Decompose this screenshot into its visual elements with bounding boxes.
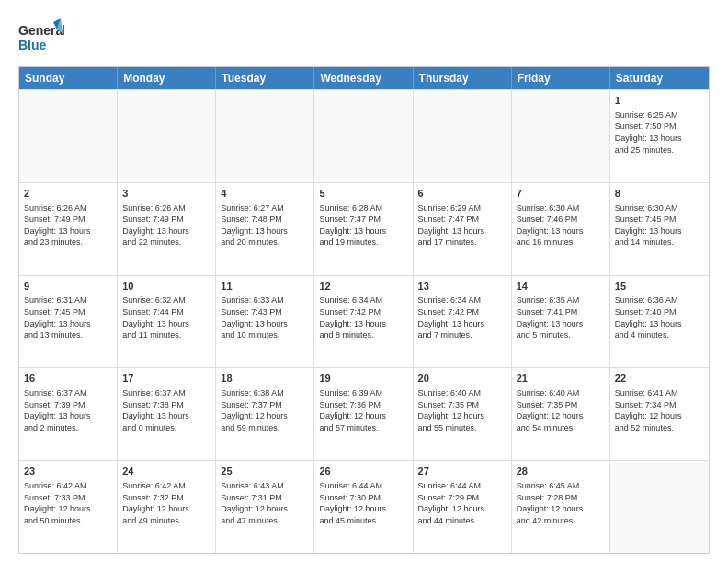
calendar-day-28: 28Sunrise: 6:45 AM Sunset: 7:28 PM Dayli… (512, 461, 610, 553)
calendar-day-14: 14Sunrise: 6:35 AM Sunset: 7:41 PM Dayli… (512, 276, 610, 368)
day-info: Sunrise: 6:26 AM Sunset: 7:49 PM Dayligh… (122, 202, 210, 248)
day-number: 24 (122, 465, 210, 478)
calendar-day-26: 26Sunrise: 6:44 AM Sunset: 7:30 PM Dayli… (314, 461, 413, 553)
calendar-row-2: 2Sunrise: 6:26 AM Sunset: 7:49 PM Daylig… (19, 182, 709, 275)
day-number: 17 (122, 372, 210, 385)
day-info: Sunrise: 6:28 AM Sunset: 7:47 PM Dayligh… (319, 202, 407, 248)
calendar-day-10: 10Sunrise: 6:32 AM Sunset: 7:44 PM Dayli… (118, 276, 216, 368)
day-number: 6 (418, 187, 506, 201)
day-info: Sunrise: 6:38 AM Sunset: 7:37 PM Dayligh… (221, 387, 309, 433)
header: General Blue (18, 15, 710, 59)
day-info: Sunrise: 6:45 AM Sunset: 7:28 PM Dayligh… (517, 480, 605, 526)
day-info: Sunrise: 6:40 AM Sunset: 7:35 PM Dayligh… (418, 387, 506, 433)
day-header-sunday: Sunday (19, 67, 118, 89)
calendar-day-7: 7Sunrise: 6:30 AM Sunset: 7:46 PM Daylig… (512, 183, 610, 275)
day-info: Sunrise: 6:31 AM Sunset: 7:45 PM Dayligh… (24, 294, 112, 340)
calendar-empty-cell (314, 90, 413, 182)
calendar-day-2: 2Sunrise: 6:26 AM Sunset: 7:49 PM Daylig… (19, 183, 118, 275)
day-number: 3 (122, 187, 210, 201)
day-info: Sunrise: 6:39 AM Sunset: 7:36 PM Dayligh… (319, 387, 407, 433)
calendar-day-4: 4Sunrise: 6:27 AM Sunset: 7:48 PM Daylig… (216, 183, 314, 275)
day-info: Sunrise: 6:30 AM Sunset: 7:46 PM Dayligh… (517, 202, 605, 248)
day-header-wednesday: Wednesday (314, 67, 413, 89)
day-header-monday: Monday (118, 67, 216, 89)
day-info: Sunrise: 6:44 AM Sunset: 7:30 PM Dayligh… (319, 480, 407, 526)
calendar-day-6: 6Sunrise: 6:29 AM Sunset: 7:47 PM Daylig… (414, 183, 512, 275)
page: General Blue SundayMondayTuesdayWednesda… (0, 0, 728, 563)
calendar-header: SundayMondayTuesdayWednesdayThursdayFrid… (19, 67, 709, 89)
day-info: Sunrise: 6:34 AM Sunset: 7:42 PM Dayligh… (418, 294, 506, 340)
calendar-day-12: 12Sunrise: 6:34 AM Sunset: 7:42 PM Dayli… (314, 276, 413, 368)
day-number: 5 (319, 187, 407, 201)
calendar-day-27: 27Sunrise: 6:44 AM Sunset: 7:29 PM Dayli… (414, 461, 512, 553)
day-info: Sunrise: 6:29 AM Sunset: 7:47 PM Dayligh… (418, 202, 506, 248)
day-info: Sunrise: 6:43 AM Sunset: 7:31 PM Dayligh… (221, 480, 309, 526)
day-info: Sunrise: 6:33 AM Sunset: 7:43 PM Dayligh… (221, 294, 309, 340)
day-number: 12 (319, 280, 407, 293)
calendar-row-4: 16Sunrise: 6:37 AM Sunset: 7:39 PM Dayli… (19, 367, 709, 460)
day-info: Sunrise: 6:32 AM Sunset: 7:44 PM Dayligh… (122, 294, 210, 340)
day-info: Sunrise: 6:41 AM Sunset: 7:34 PM Dayligh… (615, 387, 704, 433)
calendar-day-25: 25Sunrise: 6:43 AM Sunset: 7:31 PM Dayli… (216, 461, 314, 553)
day-number: 14 (517, 280, 605, 293)
calendar-day-3: 3Sunrise: 6:26 AM Sunset: 7:49 PM Daylig… (118, 183, 216, 275)
day-number: 20 (418, 372, 506, 385)
day-info: Sunrise: 6:26 AM Sunset: 7:49 PM Dayligh… (24, 202, 112, 248)
day-header-tuesday: Tuesday (216, 67, 314, 89)
logo-svg: General Blue (18, 18, 64, 59)
day-number: 1 (615, 94, 704, 108)
calendar-day-16: 16Sunrise: 6:37 AM Sunset: 7:39 PM Dayli… (19, 368, 118, 460)
day-number: 23 (24, 465, 112, 478)
day-number: 13 (418, 280, 506, 293)
day-info: Sunrise: 6:25 AM Sunset: 7:50 PM Dayligh… (615, 109, 704, 155)
calendar-empty-cell (216, 90, 314, 182)
day-number: 21 (517, 372, 605, 385)
calendar-day-21: 21Sunrise: 6:40 AM Sunset: 7:35 PM Dayli… (512, 368, 610, 460)
calendar-empty-cell (414, 90, 512, 182)
calendar-body: 1Sunrise: 6:25 AM Sunset: 7:50 PM Daylig… (19, 89, 709, 553)
calendar-day-1: 1Sunrise: 6:25 AM Sunset: 7:50 PM Daylig… (610, 90, 709, 182)
day-number: 27 (418, 465, 506, 478)
day-number: 7 (517, 187, 605, 201)
day-number: 26 (319, 465, 407, 478)
calendar-day-8: 8Sunrise: 6:30 AM Sunset: 7:45 PM Daylig… (610, 183, 709, 275)
day-number: 10 (122, 280, 210, 293)
calendar-day-13: 13Sunrise: 6:34 AM Sunset: 7:42 PM Dayli… (414, 276, 512, 368)
day-info: Sunrise: 6:34 AM Sunset: 7:42 PM Dayligh… (319, 294, 407, 340)
calendar-row-1: 1Sunrise: 6:25 AM Sunset: 7:50 PM Daylig… (19, 89, 709, 182)
calendar-day-17: 17Sunrise: 6:37 AM Sunset: 7:38 PM Dayli… (118, 368, 216, 460)
calendar-day-15: 15Sunrise: 6:36 AM Sunset: 7:40 PM Dayli… (610, 276, 709, 368)
calendar-empty-cell (610, 461, 709, 553)
day-number: 16 (24, 372, 112, 385)
calendar-day-20: 20Sunrise: 6:40 AM Sunset: 7:35 PM Dayli… (414, 368, 512, 460)
day-number: 2 (24, 187, 112, 201)
svg-text:Blue: Blue (18, 38, 47, 52)
day-number: 8 (615, 187, 704, 201)
day-number: 28 (517, 465, 605, 478)
calendar-day-11: 11Sunrise: 6:33 AM Sunset: 7:43 PM Dayli… (216, 276, 314, 368)
calendar-row-5: 23Sunrise: 6:42 AM Sunset: 7:33 PM Dayli… (19, 460, 709, 553)
calendar-day-5: 5Sunrise: 6:28 AM Sunset: 7:47 PM Daylig… (314, 183, 413, 275)
day-info: Sunrise: 6:42 AM Sunset: 7:32 PM Dayligh… (122, 480, 210, 526)
calendar-empty-cell (19, 90, 118, 182)
day-info: Sunrise: 6:30 AM Sunset: 7:45 PM Dayligh… (615, 202, 704, 248)
day-number: 22 (615, 372, 704, 385)
day-number: 11 (221, 280, 309, 293)
calendar-day-24: 24Sunrise: 6:42 AM Sunset: 7:32 PM Dayli… (118, 461, 216, 553)
day-info: Sunrise: 6:27 AM Sunset: 7:48 PM Dayligh… (221, 202, 309, 248)
logo: General Blue (18, 18, 64, 59)
day-number: 18 (221, 372, 309, 385)
day-info: Sunrise: 6:35 AM Sunset: 7:41 PM Dayligh… (517, 294, 605, 340)
calendar-day-23: 23Sunrise: 6:42 AM Sunset: 7:33 PM Dayli… (19, 461, 118, 553)
day-number: 19 (319, 372, 407, 385)
day-number: 9 (24, 280, 112, 293)
day-header-saturday: Saturday (610, 67, 709, 89)
day-number: 4 (221, 187, 309, 201)
calendar-day-19: 19Sunrise: 6:39 AM Sunset: 7:36 PM Dayli… (314, 368, 413, 460)
day-number: 15 (615, 280, 704, 293)
day-info: Sunrise: 6:42 AM Sunset: 7:33 PM Dayligh… (24, 480, 112, 526)
day-number: 25 (221, 465, 309, 478)
calendar-empty-cell (512, 90, 610, 182)
calendar-day-22: 22Sunrise: 6:41 AM Sunset: 7:34 PM Dayli… (610, 368, 709, 460)
calendar-empty-cell (118, 90, 216, 182)
